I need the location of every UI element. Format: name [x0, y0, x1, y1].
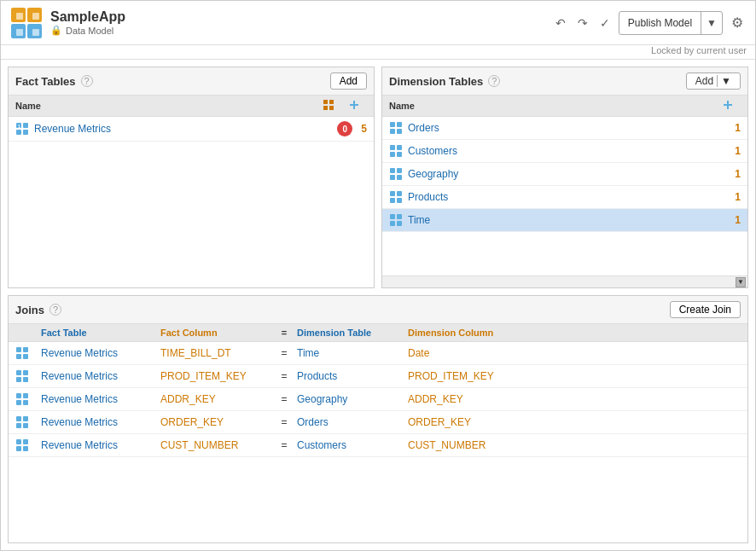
- join-eq: =: [271, 347, 297, 359]
- check-button[interactable]: ✓: [596, 13, 614, 33]
- svg-rect-59: [16, 446, 21, 451]
- svg-rect-48: [23, 377, 28, 382]
- svg-rect-45: [16, 370, 21, 375]
- join-dim-col[interactable]: ADDR_KEY: [408, 393, 527, 405]
- create-join-button[interactable]: Create Join: [670, 301, 741, 318]
- svg-rect-15: [23, 123, 28, 128]
- svg-rect-47: [16, 377, 21, 382]
- join-fact-table[interactable]: Revenue Metrics: [41, 416, 160, 428]
- dim-add-arrow[interactable]: ▼: [717, 75, 731, 87]
- undo-button[interactable]: ↶: [552, 13, 569, 33]
- joins-section: Joins ? Create Join Fact Table Fact Colu…: [8, 295, 748, 543]
- dim-row-count: 1: [735, 145, 741, 157]
- svg-rect-31: [390, 175, 395, 180]
- app-subtitle: 🔒 Data Model: [50, 25, 552, 36]
- header: SampleApp 🔒 Data Model ↶ ↷ ✓ Publish Mod…: [1, 1, 755, 45]
- dim-table-row-selected[interactable]: Time 1: [382, 209, 747, 232]
- fact-name-col: Name: [15, 101, 316, 111]
- join-fact-col[interactable]: ADDR_KEY: [160, 393, 271, 405]
- join-row: Revenue Metrics PROD_ITEM_KEY = Products…: [9, 365, 747, 388]
- fact-tables-add-button[interactable]: Add: [330, 72, 367, 90]
- join-row-icon: [15, 438, 41, 452]
- join-row-icon: [15, 415, 41, 429]
- svg-rect-35: [390, 198, 395, 203]
- dim-tables-help-icon[interactable]: ?: [488, 75, 500, 87]
- dim-tables-add-button[interactable]: Add ▼: [686, 72, 741, 90]
- svg-rect-10: [323, 106, 328, 110]
- fact-tables-body: 1 Revenue Metrics 0 5: [9, 117, 374, 287]
- svg-rect-46: [23, 370, 28, 375]
- join-dim-table[interactable]: Customers: [297, 439, 408, 451]
- svg-rect-36: [397, 198, 402, 203]
- join-fact-col[interactable]: PROD_ITEM_KEY: [160, 370, 271, 382]
- join-fact-col[interactable]: ORDER_KEY: [160, 416, 271, 428]
- fact-tables-help-icon[interactable]: ?: [81, 75, 93, 87]
- dim-table-row[interactable]: Customers 1: [382, 140, 747, 163]
- svg-rect-33: [390, 191, 395, 196]
- dim-table-row[interactable]: Geography 1: [382, 163, 747, 186]
- svg-rect-22: [397, 122, 402, 127]
- svg-rect-23: [390, 129, 395, 134]
- join-fact-table[interactable]: Revenue Metrics: [41, 393, 160, 405]
- publish-button[interactable]: Publish Model ▼: [619, 11, 723, 35]
- join-dim-col[interactable]: PROD_ITEM_KEY: [408, 370, 527, 382]
- svg-rect-55: [16, 423, 21, 428]
- dim-tables-panel: Dimension Tables ? Add ▼ Name: [381, 67, 748, 288]
- svg-rect-11: [329, 106, 334, 110]
- svg-rect-52: [23, 400, 28, 405]
- app-info: SampleApp 🔒 Data Model: [50, 9, 552, 36]
- join-fact-table[interactable]: Revenue Metrics: [41, 347, 160, 359]
- join-dim-table[interactable]: Orders: [297, 416, 408, 428]
- main-content: Fact Tables ? Add Name: [1, 60, 755, 550]
- join-dim-col[interactable]: ORDER_KEY: [408, 416, 527, 428]
- svg-rect-57: [16, 439, 21, 444]
- tables-section: Fact Tables ? Add Name: [8, 67, 748, 288]
- svg-rect-27: [390, 152, 395, 157]
- app-container: SampleApp 🔒 Data Model ↶ ↷ ✓ Publish Mod…: [0, 0, 756, 551]
- svg-rect-5: [32, 13, 39, 20]
- svg-rect-34: [397, 191, 402, 196]
- join-dim-column-col: Dimension Column: [408, 328, 527, 338]
- join-fact-col[interactable]: TIME_BILL_DT: [160, 347, 271, 359]
- header-wrapper: SampleApp 🔒 Data Model ↶ ↷ ✓ Publish Mod…: [1, 1, 755, 60]
- fact-tables-title: Fact Tables: [15, 75, 76, 88]
- fact-tables-header: Fact Tables ? Add: [9, 67, 374, 96]
- publish-arrow[interactable]: ▼: [701, 12, 722, 34]
- dim-name-col: Name: [389, 101, 715, 111]
- join-fact-column-col: Fact Column: [160, 328, 271, 338]
- fact-col-icon1: [316, 99, 341, 113]
- join-row-icon: [15, 392, 41, 406]
- svg-rect-40: [397, 221, 402, 226]
- join-fact-col[interactable]: CUST_NUMBER: [160, 439, 271, 451]
- redo-button[interactable]: ↷: [574, 13, 591, 33]
- join-dim-col[interactable]: CUST_NUMBER: [408, 439, 527, 451]
- join-dim-table[interactable]: Time: [297, 347, 408, 359]
- dim-add-label: Add: [695, 75, 713, 87]
- app-icon: [9, 6, 44, 40]
- settings-button[interactable]: ⚙: [728, 11, 747, 34]
- publish-main[interactable]: Publish Model: [619, 12, 701, 34]
- joins-help-icon[interactable]: ?: [49, 304, 61, 316]
- join-row-icon: [15, 346, 41, 360]
- svg-rect-58: [23, 439, 28, 444]
- dim-table-row[interactable]: Orders 1: [382, 117, 747, 140]
- join-row-icon: [15, 369, 41, 383]
- join-row: Revenue Metrics ADDR_KEY = Geography ADD…: [9, 388, 747, 411]
- join-fact-table[interactable]: Revenue Metrics: [41, 439, 160, 451]
- dim-scroll-btn[interactable]: ▼: [736, 277, 746, 287]
- fact-tables-panel: Fact Tables ? Add Name: [8, 67, 375, 288]
- dim-tables-header: Dimension Tables ? Add ▼: [382, 67, 747, 96]
- dim-col-header: Name: [382, 96, 747, 117]
- dim-table-row[interactable]: Products 1: [382, 186, 747, 209]
- join-dim-col[interactable]: Date: [408, 347, 527, 359]
- svg-rect-7: [32, 29, 39, 36]
- fact-row-count: 5: [361, 123, 367, 135]
- svg-rect-53: [16, 416, 21, 421]
- fact-table-row[interactable]: 1 Revenue Metrics 0 5: [9, 117, 374, 142]
- join-dim-table[interactable]: Geography: [297, 393, 408, 405]
- dim-col-icon: [715, 99, 741, 113]
- locked-row: Locked by current user: [1, 45, 755, 59]
- svg-rect-56: [23, 423, 28, 428]
- join-dim-table[interactable]: Products: [297, 370, 408, 382]
- join-fact-table[interactable]: Revenue Metrics: [41, 370, 160, 382]
